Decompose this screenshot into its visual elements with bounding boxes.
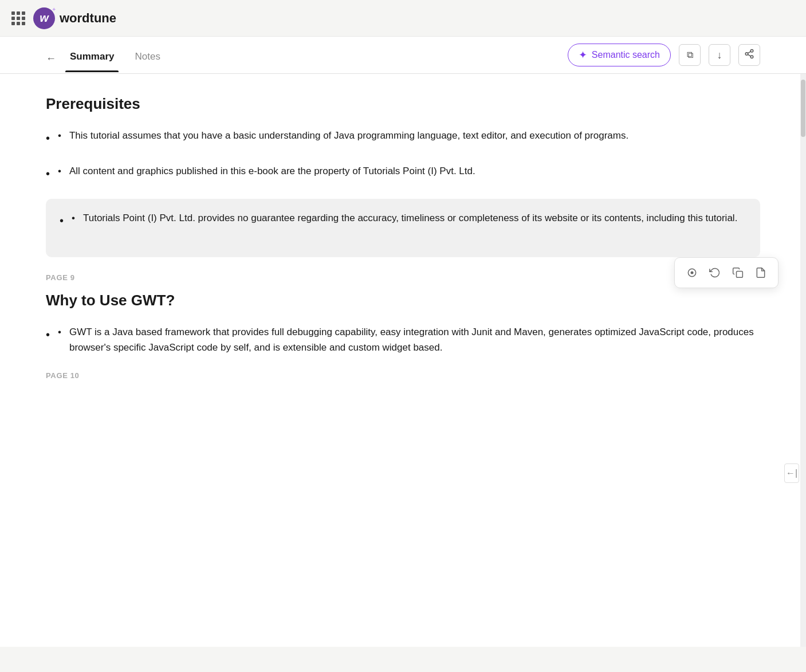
semantic-search-button[interactable]: ✦ Semantic search	[568, 44, 671, 66]
gwt-heading: Why to Use GWT?	[46, 291, 760, 311]
logo: w wordtune	[33, 7, 116, 29]
share-icon	[744, 49, 754, 61]
svg-point-1	[745, 53, 748, 56]
highlighted-bullet-block: • Tutorials Point (I) Pvt. Ltd. provides…	[46, 199, 760, 257]
highlighted-list: • Tutorials Point (I) Pvt. Ltd. provides…	[60, 210, 746, 230]
floating-toolbar	[674, 257, 779, 288]
logo-icon: w	[33, 7, 55, 29]
svg-point-6	[691, 272, 694, 274]
copy-icon: ⧉	[687, 50, 693, 60]
page-10-label: PAGE 10	[46, 371, 760, 380]
navbar: w wordtune	[0, 0, 806, 37]
export-icon-button[interactable]	[750, 262, 771, 283]
tab-notes[interactable]: Notes	[130, 45, 164, 72]
page-9-label: PAGE 9	[46, 273, 760, 282]
apps-grid-icon[interactable]	[11, 11, 25, 25]
tab-bar: ← Summary Notes ✦ Semantic search ⧉ ↓	[46, 37, 760, 73]
scrollbar-track	[800, 74, 806, 647]
app-name: wordtune	[60, 11, 116, 26]
prerequisites-heading: Prerequisites	[46, 95, 760, 114]
svg-rect-7	[737, 272, 743, 278]
collapse-arrow-button[interactable]: ←|	[784, 463, 799, 483]
scrollbar-thumb[interactable]	[801, 80, 805, 137]
share-button[interactable]	[738, 44, 760, 66]
svg-point-2	[750, 56, 753, 58]
record-icon-button[interactable]	[682, 262, 702, 283]
semantic-search-icon: ✦	[579, 49, 587, 61]
list-item: • GWT is a Java based framework that pro…	[46, 324, 760, 355]
download-button[interactable]: ↓	[709, 44, 730, 66]
prerequisites-list: • This tutorial assumes that you have a …	[46, 128, 760, 183]
download-icon: ↓	[717, 49, 722, 61]
copy-icon-button[interactable]	[728, 262, 748, 283]
svg-line-4	[748, 52, 750, 53]
list-item: • Tutorials Point (I) Pvt. Ltd. provides…	[60, 210, 746, 230]
svg-line-3	[748, 54, 750, 56]
list-item: • All content and graphics published in …	[46, 163, 760, 183]
main-content: Prerequisites • This tutorial assumes th…	[0, 74, 806, 647]
tab-actions: ✦ Semantic search ⧉ ↓	[568, 44, 760, 73]
tab-summary[interactable]: Summary	[65, 45, 119, 72]
gwt-list: • GWT is a Java based framework that pro…	[46, 324, 760, 355]
back-button[interactable]: ←	[46, 53, 56, 65]
svg-point-0	[750, 50, 753, 53]
list-item: • This tutorial assumes that you have a …	[46, 128, 760, 147]
refresh-icon-button[interactable]	[705, 262, 725, 283]
copy-button[interactable]: ⧉	[679, 44, 701, 66]
